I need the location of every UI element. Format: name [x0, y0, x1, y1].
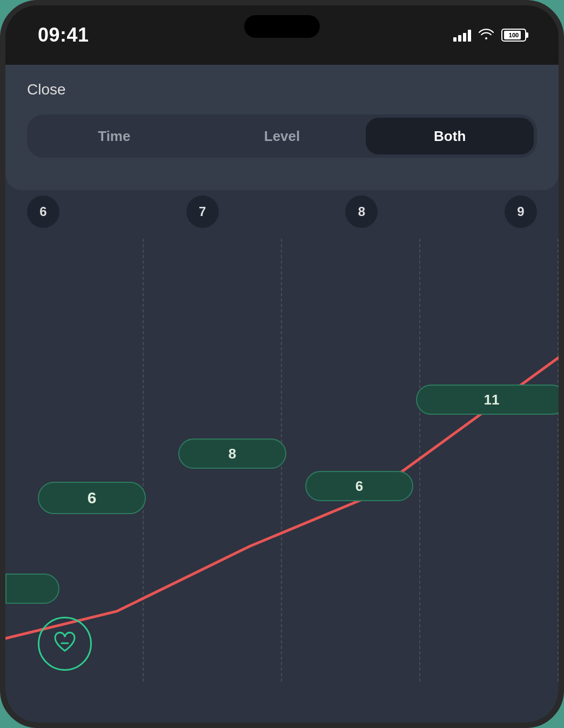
segment-time-label: Time — [98, 128, 130, 145]
segment-time[interactable]: Time — [30, 118, 198, 154]
status-icons: 100 — [453, 28, 526, 43]
top-sheet: Close Time Level Both — [5, 65, 559, 190]
pill-8: 8 — [178, 439, 286, 469]
wifi-icon — [479, 28, 494, 43]
battery-icon: 100 — [501, 29, 526, 42]
chart-area: 6 7 8 9 — [5, 196, 559, 682]
close-button[interactable]: Close — [5, 65, 559, 109]
pill-6-right: 6 — [305, 471, 413, 501]
phone-frame: 09:41 100 — [0, 0, 564, 728]
phone-bezel: 09:41 100 — [0, 0, 564, 728]
app-content: Close Time Level Both — [5, 65, 559, 723]
segment-level[interactable]: Level — [198, 118, 366, 154]
pill-partial — [5, 574, 59, 604]
segment-both[interactable]: Both — [366, 118, 534, 154]
segment-level-label: Level — [264, 128, 300, 145]
bottom-circle — [38, 617, 92, 671]
chart-svg — [5, 196, 559, 682]
pill-11: 11 — [416, 385, 559, 415]
heart-icon — [53, 631, 77, 657]
pill-6-bold: 6 — [38, 482, 146, 514]
dynamic-island — [244, 15, 320, 38]
segment-control: Time Level Both — [27, 114, 537, 158]
segment-both-label: Both — [434, 128, 466, 145]
status-time: 09:41 — [38, 24, 89, 46]
signal-icon — [453, 29, 471, 42]
close-label: Close — [27, 81, 66, 98]
